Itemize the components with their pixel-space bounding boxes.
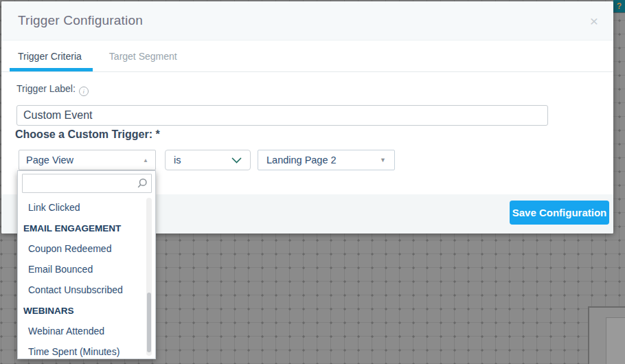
background-panel-inner (606, 317, 625, 364)
dropdown-scrollbar-track[interactable] (146, 198, 152, 356)
trigger-type-value: Page View (26, 155, 143, 166)
trigger-type-dropdown: Link Clicked EMAIL ENGAGEMENT Coupon Red… (17, 170, 156, 359)
tab-trigger-criteria[interactable]: Trigger Criteria (16, 41, 83, 71)
tab-target-segment[interactable]: Target Segment (108, 41, 179, 71)
trigger-type-select[interactable]: Page View ▲ (19, 150, 156, 170)
operator-value: is (174, 155, 231, 166)
dropdown-scrollbar-thumb[interactable] (147, 293, 151, 352)
active-tab-underline (10, 68, 93, 71)
save-configuration-button[interactable]: Save Configuration (510, 201, 609, 225)
dropdown-option[interactable]: Coupon Redeemed (18, 238, 155, 259)
dropdown-group-header: EMAIL ENGAGEMENT (18, 218, 155, 238)
modal-title: Trigger Configuration (18, 13, 590, 28)
search-icon (137, 178, 148, 189)
modal-header: Trigger Configuration × (1, 1, 613, 41)
chevron-down-icon (231, 157, 242, 163)
dropdown-option[interactable]: Link Clicked (18, 197, 155, 218)
close-icon[interactable]: × (590, 14, 598, 28)
custom-trigger-label: Choose a Custom Trigger: * (15, 128, 160, 141)
target-page-select[interactable]: Landing Page 2 ▼ (258, 150, 395, 170)
trigger-label-label: Trigger Label:i (16, 83, 89, 96)
trigger-options-list: Link Clicked EMAIL ENGAGEMENT Coupon Red… (18, 197, 155, 362)
tab-bar: Trigger Criteria Target Segment (1, 41, 613, 72)
caret-down-icon: ▼ (380, 157, 386, 163)
trigger-label-input[interactable] (16, 105, 548, 126)
help-tab[interactable]: ? (613, 0, 625, 13)
info-icon[interactable]: i (79, 87, 89, 96)
operator-select[interactable]: is (165, 150, 251, 170)
dropdown-search (22, 174, 152, 193)
caret-up-icon: ▲ (143, 157, 148, 163)
help-icon: ? (617, 1, 622, 11)
dropdown-option[interactable]: Time Spent (Minutes) (18, 341, 155, 362)
dropdown-option[interactable]: Webinar Attended (18, 321, 155, 341)
dropdown-group-header: WEBINARS (18, 300, 155, 321)
dropdown-option[interactable]: Contact Unsubscribed (18, 280, 155, 300)
dropdown-search-input[interactable] (22, 174, 152, 193)
background-panel (588, 306, 625, 364)
dropdown-option[interactable]: Email Bounced (18, 259, 155, 280)
canvas-background: ? Trigger Configuration × Trigger Criter… (0, 0, 625, 364)
target-page-value: Landing Page 2 (266, 155, 380, 166)
